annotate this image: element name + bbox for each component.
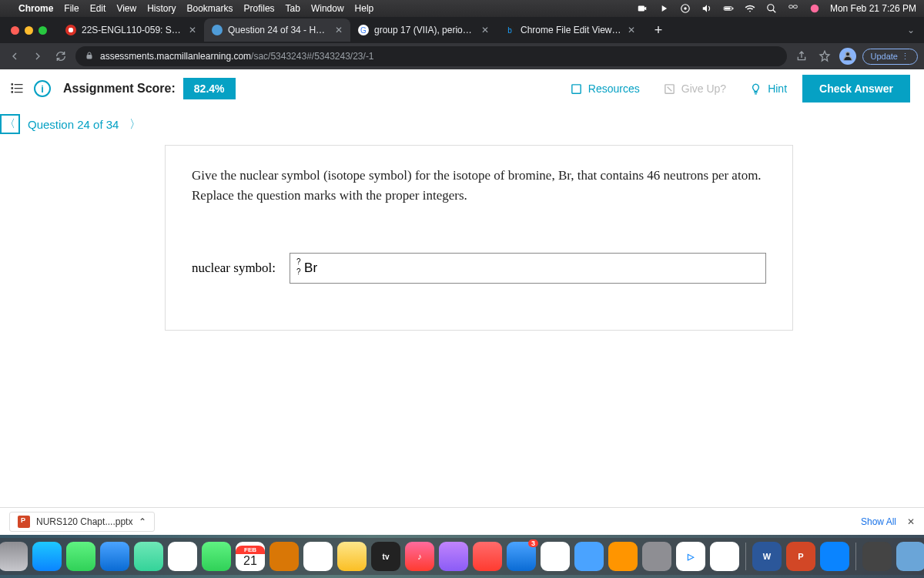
question-counter: Question 24 of 34 <box>28 118 119 131</box>
score-value: 82.4% <box>183 78 236 99</box>
close-icon[interactable]: ✕ <box>189 25 196 35</box>
share-icon[interactable] <box>793 48 810 65</box>
clock[interactable]: Mon Feb 21 7:26 PM <box>830 3 916 14</box>
svg-rect-13 <box>12 83 14 86</box>
dock-app-launchpad[interactable] <box>0 542 28 571</box>
hamburger-icon[interactable] <box>9 80 25 99</box>
close-downloads-bar[interactable]: ✕ <box>907 516 915 527</box>
chevron-up-icon[interactable]: ⌃ <box>139 516 146 527</box>
download-filename: NURS120 Chapt....pptx <box>36 516 132 527</box>
app-name[interactable]: Chrome <box>18 3 53 14</box>
record-icon[interactable] <box>679 2 691 15</box>
play-icon[interactable] <box>658 2 670 15</box>
dock-app-music[interactable]: ♪ <box>405 542 434 571</box>
svg-rect-9 <box>794 5 798 8</box>
answer-input[interactable]: ? ? Br <box>290 253 766 284</box>
dock-app-safari[interactable] <box>32 542 62 571</box>
dock-app-messages[interactable] <box>66 542 95 571</box>
show-all-downloads[interactable]: Show All <box>861 516 896 527</box>
close-icon[interactable]: ✕ <box>628 25 635 35</box>
siri-icon[interactable] <box>808 2 821 15</box>
camera-icon[interactable] <box>636 2 648 15</box>
question-nav: 〈 Question 24 of 34 〉 <box>34 108 924 140</box>
macos-dock: FEB21 tv ♪ 3 ▷ W P <box>0 538 924 575</box>
dock-app-powerpoint[interactable]: P <box>786 542 815 571</box>
dock-app-folder[interactable] <box>896 542 924 571</box>
window-controls[interactable] <box>11 26 47 35</box>
profile-avatar[interactable] <box>839 48 856 65</box>
dock-separator <box>855 543 856 570</box>
resources-button[interactable]: Resources <box>562 78 648 100</box>
dock-app-settings[interactable] <box>642 542 671 571</box>
tab-title: group 17 (VIIA), period 5 : - Go <box>374 25 476 35</box>
downloads-bar: NURS120 Chapt....pptx ⌃ Show All ✕ <box>0 507 924 535</box>
star-icon[interactable] <box>816 48 833 65</box>
dock-app-facetime[interactable] <box>202 542 231 571</box>
prev-question-button[interactable]: 〈 <box>0 114 20 134</box>
close-icon[interactable]: ✕ <box>335 25 343 35</box>
menu-help[interactable]: Help <box>355 3 374 14</box>
dock-app-word[interactable]: W <box>752 542 782 571</box>
control-center-icon[interactable] <box>787 2 799 15</box>
dock-app-mail[interactable] <box>100 542 129 571</box>
dock-app-news[interactable] <box>473 542 502 571</box>
menu-profiles[interactable]: Profiles <box>244 3 275 14</box>
svg-point-2 <box>684 7 687 10</box>
svg-rect-11 <box>87 55 92 59</box>
reload-button[interactable] <box>52 48 69 65</box>
forward-button[interactable] <box>29 48 46 65</box>
address-bar[interactable]: assessments.macmillanlearning.com/sac/53… <box>75 46 787 66</box>
dock-app-pages[interactable] <box>608 542 638 571</box>
dock-app-calendar[interactable]: FEB21 <box>236 542 265 571</box>
menu-tab[interactable]: Tab <box>286 3 300 14</box>
svg-point-12 <box>845 52 849 56</box>
dock-app-photos[interactable] <box>168 542 197 571</box>
svg-point-6 <box>768 5 774 11</box>
dock-app-keynote[interactable] <box>574 542 604 571</box>
dock-app-downloads[interactable] <box>862 542 892 571</box>
tab-4[interactable]: b Chrome File Edit View History ✕ <box>497 18 643 42</box>
menu-view[interactable]: View <box>116 3 136 14</box>
dock-app-playback[interactable]: ▷ <box>676 542 705 571</box>
update-button[interactable]: Update⋮ <box>862 49 918 65</box>
dock-app-appstore[interactable]: 3 <box>507 542 536 571</box>
dock-app-podcasts[interactable] <box>439 542 468 571</box>
download-item[interactable]: NURS120 Chapt....pptx ⌃ <box>9 512 155 532</box>
info-icon[interactable]: i <box>34 80 51 97</box>
dock-app-chrome[interactable] <box>710 542 739 571</box>
menu-bookmarks[interactable]: Bookmarks <box>187 3 233 14</box>
dock-app-maps[interactable] <box>134 542 163 571</box>
tab-overflow-icon[interactable]: ⌄ <box>907 25 915 35</box>
question-body: Give the nuclear symbol (isotope symbol)… <box>165 145 793 331</box>
tab-3[interactable]: G group 17 (VIIA), period 5 : - Go ✕ <box>350 18 497 42</box>
left-rail <box>0 69 34 510</box>
dock-app-contacts[interactable] <box>270 542 299 571</box>
tab-title: Question 24 of 34 - Homework <box>228 25 330 35</box>
menu-file[interactable]: File <box>64 3 79 14</box>
giveup-button: Give Up? <box>655 78 734 100</box>
macos-menubar: Chrome File Edit View History Bookmarks … <box>0 0 924 17</box>
new-tab-button[interactable]: + <box>649 22 668 39</box>
dock-app-notes[interactable] <box>337 542 367 571</box>
tab-2[interactable]: Question 24 of 34 - Homework ✕ <box>204 18 350 42</box>
next-question-button[interactable]: 〉 <box>129 117 141 132</box>
dock-app-tv[interactable]: tv <box>371 542 400 571</box>
browser-window: 22S-ENGL110-059: Seminar in ✕ Question 2… <box>0 17 924 510</box>
search-icon[interactable] <box>765 2 778 15</box>
check-answer-button[interactable]: Check Answer <box>802 75 910 102</box>
volume-icon[interactable] <box>701 2 713 15</box>
dock-separator <box>745 543 746 570</box>
tab-1[interactable]: 22S-ENGL110-059: Seminar in ✕ <box>58 18 204 42</box>
menu-edit[interactable]: Edit <box>90 3 106 14</box>
close-icon[interactable]: ✕ <box>481 25 489 35</box>
battery-icon[interactable] <box>722 2 735 15</box>
menu-window[interactable]: Window <box>311 3 344 14</box>
dock-app-zoom[interactable] <box>820 542 849 571</box>
dock-app-reminders[interactable] <box>303 542 333 571</box>
menu-history[interactable]: History <box>147 3 176 14</box>
wifi-icon[interactable] <box>744 2 756 15</box>
dock-app-numbers[interactable] <box>541 542 570 571</box>
hint-button[interactable]: Hint <box>742 78 795 100</box>
back-button[interactable] <box>6 48 23 65</box>
page-content: i Assignment Score: 82.4% Resources Give… <box>0 69 924 510</box>
